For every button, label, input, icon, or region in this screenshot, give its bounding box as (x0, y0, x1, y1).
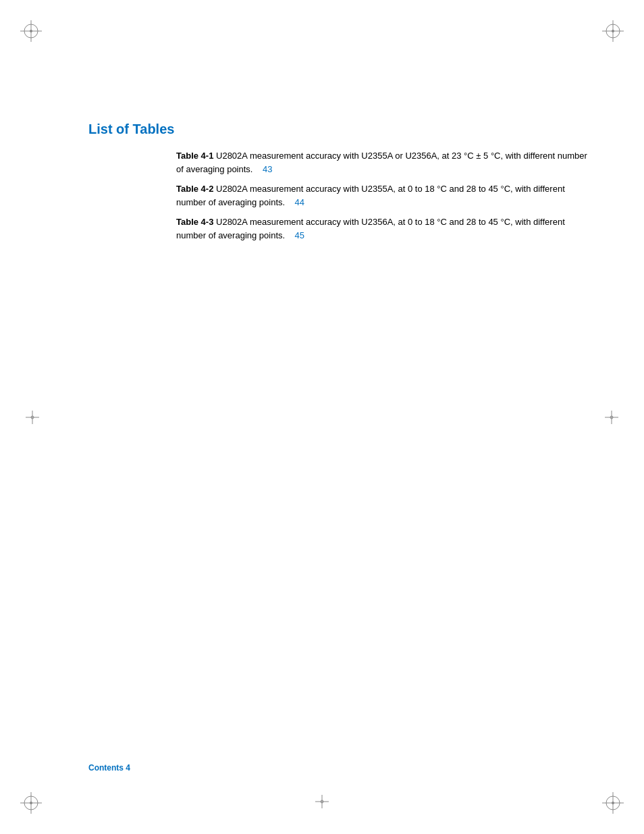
crosshair-middle-left (26, 411, 39, 424)
svg-point-11 (30, 802, 32, 804)
svg-point-7 (612, 30, 614, 32)
reg-mark-bottom-left (19, 791, 43, 815)
reg-mark-bottom-right (601, 791, 625, 815)
reg-mark-top-left (19, 19, 43, 43)
crosshair-bottom-middle (315, 795, 329, 808)
table-entry-2: Table 4-2 U2802A measurement accuracy wi… (176, 182, 590, 209)
table-entry-3-label: Table 4-3 (176, 217, 213, 227)
table-entry-1-description: U2802A measurement accuracy with U2355A … (176, 151, 587, 174)
footer: Contents 4 (88, 761, 130, 773)
table-entry-1-label: Table 4-1 (176, 151, 213, 161)
table-entry-2-page: 44 (295, 197, 304, 207)
content-area: List of Tables Table 4-1 U2802A measurem… (88, 122, 590, 249)
reg-mark-top-right (601, 19, 625, 43)
table-entry-2-description: U2802A measurement accuracy with U2355A,… (176, 184, 565, 207)
footer-text: Contents 4 (88, 763, 130, 773)
crosshair-middle-right (605, 411, 618, 424)
table-entry-3: Table 4-3 U2802A measurement accuracy wi… (176, 215, 590, 242)
table-entry-1-page: 43 (263, 164, 272, 174)
svg-point-3 (30, 30, 32, 32)
table-entry-1: Table 4-1 U2802A measurement accuracy wi… (176, 149, 590, 176)
table-entry-2-label: Table 4-2 (176, 184, 213, 194)
table-entry-3-description: U2802A measurement accuracy with U2356A,… (176, 217, 565, 240)
page: List of Tables Table 4-1 U2802A measurem… (0, 0, 644, 834)
svg-point-15 (612, 802, 614, 804)
section-title: List of Tables (88, 122, 590, 137)
table-entry-3-page: 45 (295, 230, 304, 240)
table-entries-list: Table 4-1 U2802A measurement accuracy wi… (176, 149, 590, 242)
